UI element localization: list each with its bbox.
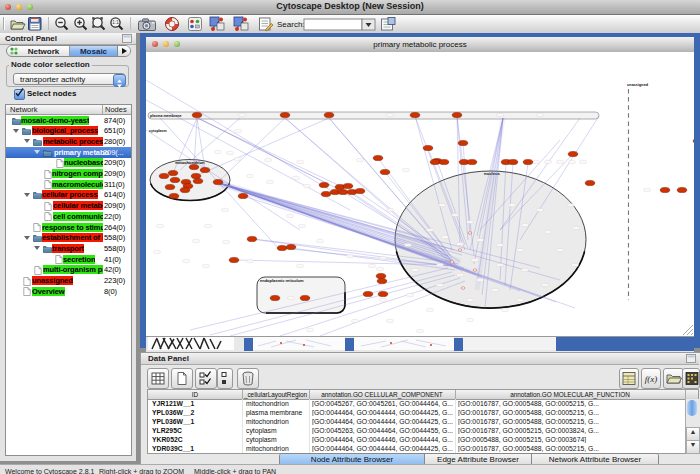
svg-text:Search:: Search: (277, 20, 305, 29)
svg-text:cytoplasm: cytoplasm (149, 129, 167, 133)
svg-text:plasma membrane: plasma membrane (150, 114, 182, 118)
svg-text:unassigned: unassigned (627, 83, 649, 87)
svg-text:1:1: 1:1 (112, 20, 119, 25)
svg-text:endoplasmic reticulum: endoplasmic reticulum (260, 278, 304, 283)
svg-text:f(x): f(x) (645, 374, 658, 384)
